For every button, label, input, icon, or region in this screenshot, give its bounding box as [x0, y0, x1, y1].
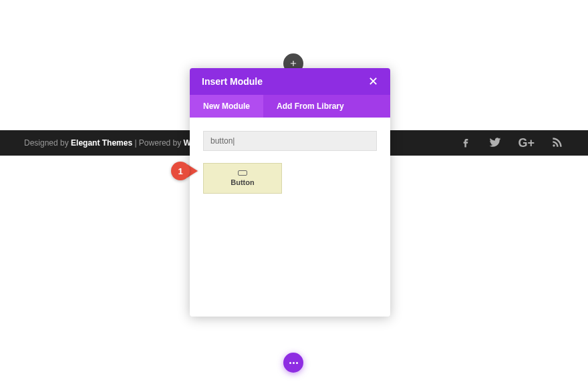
footer-sep: | Powered by [132, 138, 184, 148]
twitter-icon[interactable] [488, 136, 502, 151]
modal-title: Insert Module [202, 76, 263, 87]
modal-body: Button [190, 118, 390, 207]
insert-module-modal: Insert Module ✕ New Module Add From Libr… [190, 68, 390, 317]
module-card-label: Button [231, 178, 254, 186]
dots-icon [289, 362, 291, 364]
tutorial-annotation-1: 1 [171, 162, 198, 180]
tab-add-from-library[interactable]: Add From Library [263, 95, 357, 118]
dots-icon [293, 362, 295, 364]
module-search-input[interactable] [203, 131, 377, 151]
rss-icon[interactable] [551, 136, 564, 151]
dots-icon [296, 362, 298, 364]
button-module-icon [238, 170, 247, 176]
modal-tabs: New Module Add From Library [190, 95, 390, 118]
page-settings-fab[interactable] [283, 353, 303, 373]
tab-new-module[interactable]: New Module [190, 95, 263, 118]
footer-brand[interactable]: Elegant Themes [71, 138, 132, 148]
close-icon[interactable]: ✕ [368, 75, 378, 87]
plus-icon [289, 59, 298, 68]
facebook-icon[interactable] [459, 136, 472, 151]
footer-prefix: Designed by [24, 138, 71, 148]
annotation-badge: 1 [171, 162, 190, 180]
social-icons: G+ [459, 136, 564, 151]
googleplus-icon[interactable]: G+ [518, 136, 535, 150]
modal-header: Insert Module ✕ [190, 68, 390, 95]
module-card-button[interactable]: Button [203, 163, 282, 194]
